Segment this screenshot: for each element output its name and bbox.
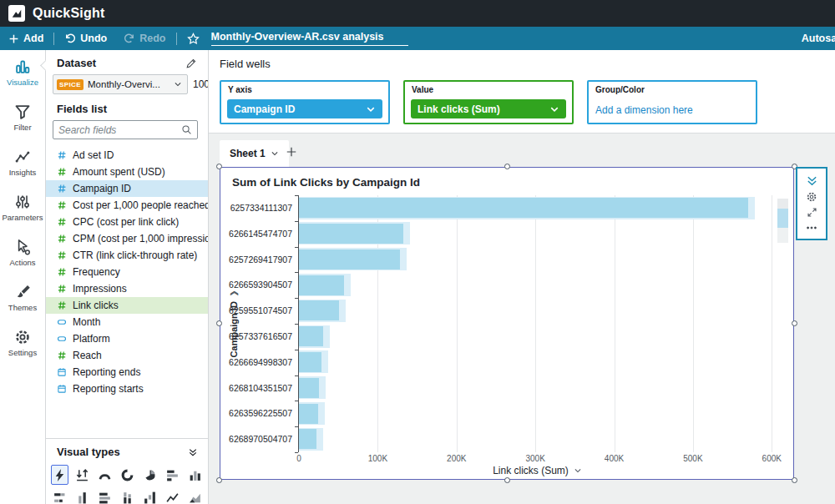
favorite-star-icon[interactable] bbox=[179, 27, 208, 50]
settings-icon bbox=[14, 329, 31, 345]
visual-type-import-export-icon[interactable] bbox=[73, 465, 91, 485]
resize-handle[interactable] bbox=[792, 477, 797, 483]
field-item[interactable]: Impressions bbox=[46, 280, 208, 297]
analysis-toolbar: Add Undo Redo Monthly-Overview-AR.csv an… bbox=[0, 27, 835, 50]
visual-type-donut-icon[interactable] bbox=[119, 465, 136, 485]
visual-type-pie-icon[interactable] bbox=[141, 465, 159, 485]
field-name: CPM (cost per 1,000 impressions) bbox=[73, 233, 209, 244]
visual-type-line-icon[interactable] bbox=[164, 487, 181, 504]
search-fields-input[interactable] bbox=[58, 124, 181, 136]
visual-container: Sum of Link Clicks by Campaign Id Campai… bbox=[220, 167, 794, 480]
field-item[interactable]: Cost per 1,000 people reached bbox=[46, 197, 208, 214]
resize-handle[interactable] bbox=[792, 320, 797, 326]
chevron-down-icon bbox=[271, 149, 279, 158]
field-item[interactable]: Frequency bbox=[46, 264, 208, 280]
bar[interactable] bbox=[299, 275, 344, 295]
sidebar-item-visualize[interactable]: Visualize bbox=[0, 50, 45, 95]
sidebar-item-insights[interactable]: Insights bbox=[0, 140, 45, 185]
bar[interactable] bbox=[299, 352, 321, 372]
visual-menu-ellipsis-icon[interactable] bbox=[806, 222, 817, 234]
visual-type-gauge-icon[interactable] bbox=[96, 465, 114, 485]
undo-button[interactable]: Undo bbox=[56, 27, 115, 50]
field-item[interactable]: Link clicks bbox=[46, 297, 208, 314]
y-axis-tick bbox=[295, 298, 298, 299]
visual-type-waterfall-icon[interactable] bbox=[141, 487, 159, 504]
bar-row bbox=[299, 298, 776, 324]
visual-type-stacked-horizontal-bar-icon[interactable] bbox=[51, 487, 68, 504]
y-axis-field-pill[interactable]: Campaign ID bbox=[227, 99, 382, 118]
sidebar-item-filter[interactable]: Filter bbox=[0, 95, 45, 140]
y-axis-tick-labels: 6257334111307626614547470762572694179076… bbox=[220, 195, 292, 452]
sheet-tab[interactable]: Sheet 1 bbox=[220, 140, 289, 167]
y-axis-tick bbox=[295, 195, 298, 196]
y-axis-tick-label: 6257337616507 bbox=[220, 324, 292, 350]
sidebar-item-actions[interactable]: Actions bbox=[0, 230, 45, 275]
field-item[interactable]: Reach bbox=[46, 347, 208, 364]
visual-type-horizontal-bar-grouped-icon[interactable] bbox=[96, 487, 114, 504]
x-axis-title[interactable]: Link clicks (Sum) bbox=[299, 465, 776, 476]
visual-type-vertical-bar-grouped-icon[interactable] bbox=[73, 487, 91, 504]
field-item[interactable]: Ad set ID bbox=[46, 147, 208, 164]
bar[interactable] bbox=[299, 326, 323, 346]
dataset-selector[interactable]: SPICE Monthly-Overvi... bbox=[53, 74, 188, 94]
add-sheet-button[interactable] bbox=[286, 146, 297, 158]
visual-type-vertical-bar-icon[interactable] bbox=[186, 465, 204, 485]
chart-scrollbar[interactable] bbox=[777, 199, 788, 243]
visual-collapse-icon[interactable] bbox=[806, 174, 818, 187]
value-well-label: Value bbox=[405, 82, 572, 94]
sidebar-item-settings[interactable]: Settings bbox=[0, 320, 45, 365]
bar[interactable] bbox=[299, 224, 403, 244]
analysis-title-input[interactable]: Monthly-Overview-AR.csv analysis bbox=[211, 31, 408, 46]
add-button[interactable]: Add bbox=[0, 27, 52, 50]
value-field-pill[interactable]: Link clicks (Sum) bbox=[411, 99, 566, 118]
sidebar-item-label: Actions bbox=[9, 258, 35, 267]
bar[interactable] bbox=[299, 378, 319, 398]
collapse-double-chevron-icon[interactable] bbox=[188, 447, 198, 457]
bar-row bbox=[299, 426, 776, 452]
spice-progress: 100% bbox=[193, 78, 209, 90]
visual-type-horizontal-bar-icon[interactable] bbox=[164, 465, 181, 485]
y-axis-field-well[interactable]: Y axis Campaign ID bbox=[220, 80, 390, 124]
sidebar-item-themes[interactable]: Themes bbox=[0, 275, 45, 320]
visual-type-auto-graph-icon[interactable] bbox=[51, 465, 68, 485]
field-item[interactable]: Month bbox=[46, 314, 208, 330]
group-color-field-well[interactable]: Group/Color Add a dimension here bbox=[587, 80, 757, 124]
field-item[interactable]: Reporting starts bbox=[46, 381, 208, 397]
sidebar-item-label: Parameters bbox=[2, 213, 43, 222]
edit-dataset-pencil-icon[interactable] bbox=[185, 58, 197, 69]
bar[interactable] bbox=[299, 249, 400, 270]
visual-type-area-icon[interactable] bbox=[186, 487, 204, 504]
bar[interactable] bbox=[299, 300, 339, 320]
visual-types-heading: Visual types bbox=[57, 446, 120, 458]
field-item[interactable]: Platform bbox=[46, 330, 208, 347]
field-item[interactable]: Reporting ends bbox=[46, 364, 208, 381]
add-dimension-link[interactable]: Add a dimension here bbox=[595, 104, 693, 116]
visual-type-stacked-vertical-bar-icon[interactable] bbox=[119, 487, 136, 504]
field-item[interactable]: Campaign ID bbox=[46, 180, 208, 197]
sidebar-item-label: Themes bbox=[8, 303, 37, 312]
bar[interactable] bbox=[299, 429, 316, 449]
field-item[interactable]: CTR (link click-through rate) bbox=[46, 247, 208, 264]
field-item[interactable]: CPM (cost per 1,000 impressions) bbox=[46, 230, 208, 247]
bar-chart-visual[interactable]: Sum of Link Clicks by Campaign Id Campai… bbox=[220, 167, 794, 480]
visual-maximize-icon[interactable] bbox=[807, 207, 817, 218]
bar[interactable] bbox=[299, 404, 318, 424]
field-name: Reporting ends bbox=[73, 366, 140, 378]
resize-handle[interactable] bbox=[216, 164, 222, 169]
field-item[interactable]: CPC (cost per link click) bbox=[46, 214, 208, 230]
autosave-label[interactable]: Autosave bbox=[802, 33, 835, 44]
redo-button[interactable]: Redo bbox=[115, 27, 174, 50]
chevron-down-icon bbox=[366, 104, 376, 114]
x-axis-tick-label: 200K bbox=[447, 454, 466, 463]
visual-settings-gear-icon[interactable] bbox=[806, 191, 817, 203]
bar[interactable] bbox=[299, 198, 748, 218]
value-field-well[interactable]: Value Link clicks (Sum) bbox=[403, 80, 574, 124]
resize-handle[interactable] bbox=[216, 477, 222, 483]
sidebar-item-parameters[interactable]: Parameters bbox=[0, 185, 45, 230]
bar-row bbox=[299, 350, 776, 375]
resize-handle[interactable] bbox=[504, 477, 510, 483]
add-button-label: Add bbox=[23, 33, 43, 44]
field-item[interactable]: Amount spent (USD) bbox=[46, 164, 208, 180]
resize-handle[interactable] bbox=[216, 320, 222, 326]
resize-handle[interactable] bbox=[504, 164, 510, 169]
